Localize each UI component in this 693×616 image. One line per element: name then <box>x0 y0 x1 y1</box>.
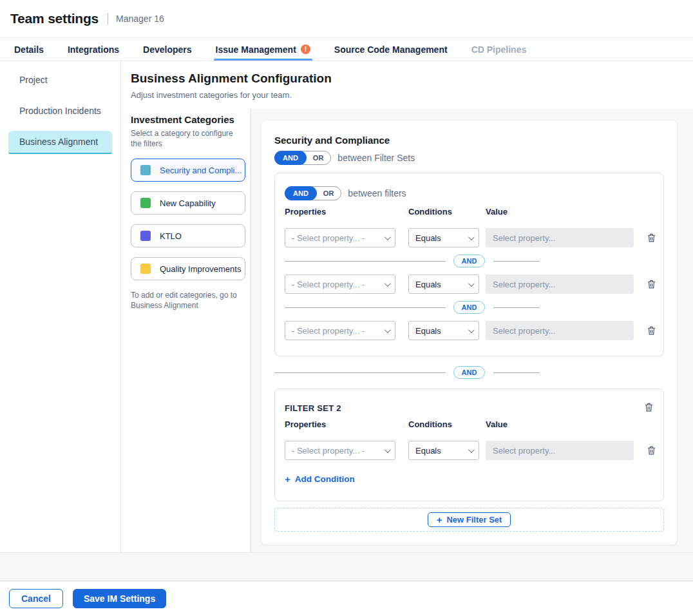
value-input[interactable] <box>486 228 634 247</box>
chevron-down-icon <box>468 234 475 240</box>
tab-issue-management[interactable]: Issue Management ! <box>216 38 310 61</box>
trash-icon <box>647 279 656 289</box>
new-filter-set-button[interactable]: + New Filter Set <box>428 512 511 527</box>
column-headers: Properties Conditions Value <box>285 207 654 217</box>
category-quality-improvements[interactable]: Quality Improvements <box>131 257 245 280</box>
trash-icon <box>647 233 656 243</box>
and-toggle[interactable]: AND <box>274 151 307 165</box>
delete-row-button[interactable] <box>645 445 656 456</box>
column-value: Value <box>486 207 645 217</box>
page-subtitle: Manager 16 <box>116 14 164 24</box>
trash-icon <box>647 445 656 456</box>
operator-suffix: between filters <box>348 188 406 198</box>
chevron-down-icon <box>384 280 391 287</box>
filter-row: - Select property... - Equals <box>285 321 654 340</box>
chevron-down-icon <box>384 447 391 453</box>
operator-suffix: between Filter Sets <box>337 153 415 163</box>
condition-select[interactable]: Equals <box>408 321 479 340</box>
tab-source-code-management[interactable]: Source Code Management <box>334 38 448 61</box>
chevron-down-icon <box>468 327 475 333</box>
and-divider: AND <box>285 253 654 269</box>
category-new-capability[interactable]: New Capability <box>131 191 245 215</box>
delete-row-button[interactable] <box>645 325 656 336</box>
tab-details[interactable]: Details <box>14 38 44 61</box>
section-subtitle: Adjust investment categories for your te… <box>131 90 693 100</box>
column-properties: Properties <box>285 207 408 217</box>
plus-icon: + <box>437 515 442 525</box>
category-color-swatch <box>140 165 151 175</box>
config-card-title: Security and Compliance <box>274 135 664 146</box>
new-filter-set-dropzone: + New Filter Set <box>274 508 664 532</box>
property-select[interactable]: - Select property... - <box>285 441 395 460</box>
category-color-swatch <box>140 198 151 208</box>
filters-panel-area: Security and Compliance AND OR between F… <box>251 109 693 552</box>
and-divider: AND <box>285 299 654 316</box>
column-value: Value <box>486 419 645 429</box>
section-title: Business Alignment Configuration <box>131 72 693 86</box>
column-conditions: Conditions <box>408 207 486 217</box>
main-section: Business Alignment Configuration Adjust … <box>121 61 693 552</box>
sidebar-item-project[interactable]: Project <box>8 69 112 91</box>
or-toggle[interactable]: OR <box>306 151 331 164</box>
category-ktlo[interactable]: KTLO <box>131 224 245 247</box>
value-input[interactable] <box>486 441 634 460</box>
delete-filter-set-button[interactable] <box>644 402 654 412</box>
save-im-settings-button[interactable]: Save IM Settings <box>73 589 166 608</box>
filter-set-1: AND OR between filters Properties Condit… <box>274 173 664 356</box>
value-input[interactable] <box>486 274 634 294</box>
filter-row: - Select property... - Equals <box>285 228 654 247</box>
value-input[interactable] <box>486 321 634 340</box>
filters-operator-toggle[interactable]: AND OR <box>285 186 341 200</box>
tab-developers[interactable]: Developers <box>143 38 191 61</box>
plus-icon: + <box>285 474 290 484</box>
sidebar-item-production-incidents[interactable]: Production Incidents <box>8 100 112 122</box>
trash-icon <box>647 325 656 336</box>
tab-bar: Details Integrations Developers Issue Ma… <box>0 38 693 61</box>
delete-row-button[interactable] <box>645 279 656 289</box>
chevron-down-icon <box>468 280 475 287</box>
investment-categories-panel: Investment Categories Select a category … <box>121 109 251 552</box>
trash-icon <box>644 402 654 412</box>
category-security-and-compliance[interactable]: Security and Compli... <box>131 159 245 182</box>
chevron-down-icon <box>468 447 475 453</box>
sidebar-item-business-alignment[interactable]: Business Alignment <box>8 131 112 154</box>
filter-row: - Select property... - Equals <box>285 274 654 294</box>
chevron-down-icon <box>384 327 391 333</box>
property-select[interactable]: - Select property... - <box>285 228 395 247</box>
categories-footnote: To add or edit categories, go to Busines… <box>131 290 243 311</box>
and-pill: AND <box>453 255 486 267</box>
delete-row-button[interactable] <box>645 233 656 243</box>
filter-set-2: FILTER SET 2 Properties Conditions Value <box>274 389 664 501</box>
condition-select[interactable]: Equals <box>408 228 479 247</box>
and-pill: AND <box>453 366 486 379</box>
action-bar: Cancel Save IM Settings <box>0 581 693 616</box>
condition-select[interactable]: Equals <box>408 441 479 460</box>
property-select[interactable]: - Select property... - <box>285 274 395 294</box>
categories-title: Investment Categories <box>131 114 243 125</box>
and-pill: AND <box>453 301 486 314</box>
or-toggle[interactable]: OR <box>316 187 341 200</box>
warning-icon: ! <box>301 44 310 54</box>
section-header: Business Alignment Configuration Adjust … <box>121 61 693 109</box>
column-headers: Properties Conditions Value <box>285 419 654 429</box>
page-header: Team settings Manager 16 <box>0 0 693 38</box>
page-title: Team settings <box>10 11 99 26</box>
filter-sets-operator-toggle[interactable]: AND OR <box>274 151 331 165</box>
property-select[interactable]: - Select property... - <box>285 321 395 340</box>
cancel-button[interactable]: Cancel <box>9 589 63 608</box>
content-area: Project Production Incidents Business Al… <box>0 61 693 553</box>
and-toggle[interactable]: AND <box>285 186 317 200</box>
and-divider-between-sets: AND <box>274 364 664 381</box>
tab-integrations[interactable]: Integrations <box>68 38 119 61</box>
filter-set-2-title: FILTER SET 2 <box>285 402 341 413</box>
content-footer-spacer <box>0 553 693 581</box>
column-properties: Properties <box>285 419 408 429</box>
settings-sidebar: Project Production Incidents Business Al… <box>0 61 121 552</box>
condition-select[interactable]: Equals <box>408 274 479 294</box>
add-condition-button[interactable]: + Add Condition <box>285 474 355 484</box>
title-divider <box>108 13 108 24</box>
category-config-card: Security and Compliance AND OR between F… <box>261 120 678 545</box>
filter-row: - Select property... - Equals <box>285 441 654 460</box>
tab-cd-pipelines: CD Pipelines <box>471 38 527 61</box>
column-conditions: Conditions <box>408 419 486 429</box>
